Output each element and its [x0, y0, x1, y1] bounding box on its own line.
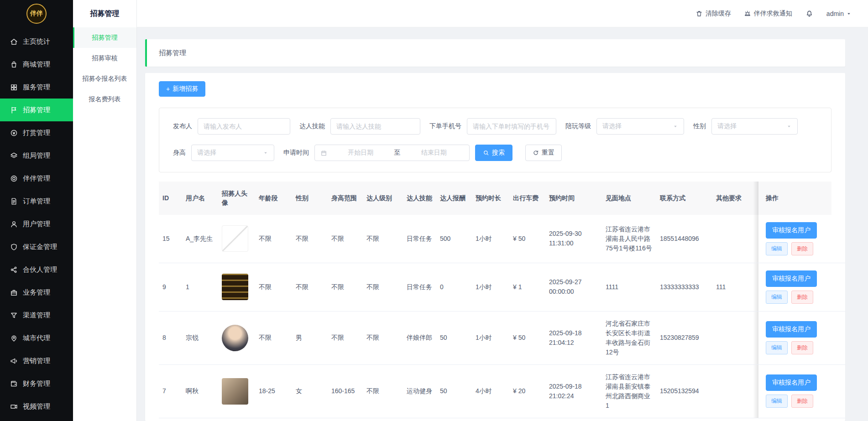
cell-fare: ¥ 1	[509, 263, 545, 311]
edit-button[interactable]: 编辑	[766, 341, 788, 354]
sidebar-item-2[interactable]: 商城管理	[0, 53, 73, 76]
layers-icon	[10, 152, 18, 160]
cell-reward: 500	[436, 215, 472, 263]
user-icon	[10, 220, 18, 228]
table-row: 7 啊秋 18-25 女 160-165 不限 运动健身 50 4小时 ¥ 20…	[159, 364, 845, 418]
clear-cache-button[interactable]: 清除缓存	[695, 10, 731, 18]
review-applicants-button[interactable]: 审核报名用户	[766, 270, 817, 287]
funnel-icon	[10, 312, 18, 319]
cell-actions: 审核报名用户 编辑 删除	[758, 364, 831, 418]
cell-age: 18-25	[255, 364, 292, 418]
sidebar-item-label: 业务管理	[23, 288, 50, 297]
sidebar-item-9[interactable]: 用户管理	[0, 213, 73, 235]
sidebar-item-label: 视频管理	[23, 402, 50, 411]
recruitment-table: ID 用户名 招募人头像 年龄段 性别 身高范围 达人级别 达人技能 达人报酬 …	[159, 182, 831, 418]
grid-icon	[10, 83, 18, 91]
edit-button[interactable]: 编辑	[766, 242, 788, 255]
level-select[interactable]: 请选择	[596, 118, 684, 135]
sidebar-item-4[interactable]: 招募管理	[0, 99, 73, 121]
sidebar-item-label: 商城管理	[23, 60, 50, 69]
sidebar-item-3[interactable]: 服务管理	[0, 76, 73, 99]
end-date-input[interactable]: 结束日期	[404, 149, 464, 157]
shield-icon	[10, 243, 18, 251]
add-recruitment-button[interactable]: + 新增招募	[159, 81, 205, 97]
sidebar-item-15[interactable]: 营销管理	[0, 349, 73, 372]
review-applicants-button[interactable]: 审核报名用户	[766, 321, 817, 338]
sidebar-item-5[interactable]: 打赏管理	[0, 121, 73, 144]
filter-gender: 性别 请选择	[693, 118, 798, 135]
submenu-item-3[interactable]: 招募令报名列表	[73, 68, 136, 89]
sidebar-item-8[interactable]: 订单管理	[0, 190, 73, 213]
cell-username: 啊秋	[182, 364, 218, 418]
skill-input[interactable]	[330, 118, 420, 135]
delete-button[interactable]: 删除	[791, 291, 813, 304]
cell-location: 1111	[602, 263, 656, 311]
sidebar-item-17[interactable]: 视频管理	[0, 395, 73, 418]
admin-menu[interactable]: admin	[826, 10, 852, 17]
sidebar-item-10[interactable]: 保证金管理	[0, 235, 73, 258]
delete-button[interactable]: 删除	[791, 242, 813, 255]
chevron-down-icon	[786, 124, 792, 129]
sidebar-item-6[interactable]: 组局管理	[0, 144, 73, 167]
logo-icon: 伴伴	[26, 4, 47, 24]
sidebar-item-11[interactable]: 合伙人管理	[0, 258, 73, 281]
sidebar-item-13[interactable]: 渠道管理	[0, 304, 73, 327]
header-username: 用户名	[182, 182, 218, 215]
filter-order-phone: 下单手机号	[429, 118, 556, 135]
sidebar-item-14[interactable]: 城市代理	[0, 327, 73, 349]
publisher-input[interactable]	[198, 118, 290, 135]
date-range-picker[interactable]: 开始日期 至 结束日期	[314, 145, 470, 161]
cell-location: 江苏省连云港市灌南县新安镇泰州北路西侧商业1	[602, 364, 656, 418]
start-date-input[interactable]: 开始日期	[331, 149, 391, 157]
cell-avatar	[218, 311, 255, 364]
edit-button[interactable]: 编辑	[766, 395, 788, 408]
header-location: 见面地点	[602, 182, 656, 215]
order-phone-input[interactable]	[467, 118, 556, 135]
sidebar-item-12[interactable]: 业务管理	[0, 281, 73, 304]
gender-select[interactable]: 请选择	[711, 118, 798, 135]
filter-panel: 发布人 达人技能 下单手机号 陪玩等级 请选择	[159, 108, 831, 172]
sidebar-item-7[interactable]: 伴伴管理	[0, 167, 73, 190]
submenu-title: 招募管理	[73, 0, 136, 27]
review-applicants-button[interactable]: 审核报名用户	[766, 222, 817, 239]
sidebar-item-label: 主页统计	[23, 37, 50, 46]
cell-avatar	[218, 215, 255, 263]
cell-height: 160-165	[328, 364, 363, 418]
submenu-item-2[interactable]: 招募审核	[73, 48, 136, 68]
share-icon	[10, 266, 18, 274]
cell-id: 9	[159, 263, 182, 311]
header-reward: 达人报酬	[436, 182, 472, 215]
topbar: 清除缓存 伴伴求救通知 admin	[137, 0, 868, 27]
cell-level: 不限	[363, 364, 403, 418]
level-select-value: 请选择	[602, 122, 622, 130]
sidebar-item-1[interactable]: 主页统计	[0, 30, 73, 53]
clear-cache-icon	[695, 10, 703, 17]
edit-button[interactable]: 编辑	[766, 291, 788, 304]
delete-button[interactable]: 删除	[791, 395, 813, 408]
filter-row-2: 身高 请选择 申请时间 开始日期 至 结束日期	[173, 145, 823, 161]
sos-notice-button[interactable]: 伴伴求救通知	[744, 10, 792, 18]
cell-level: 不限	[363, 263, 403, 311]
cell-contact: 15230827859	[656, 311, 712, 364]
cell-location: 江苏省连云港市灌南县人民中路75号1号楼116号	[602, 215, 656, 263]
submenu-item-1[interactable]: 招募管理	[73, 27, 136, 48]
header-contact: 联系方式	[656, 182, 712, 215]
cell-actions: 审核报名用户 编辑 删除	[758, 311, 831, 364]
row-mini-actions: 编辑 删除	[766, 291, 828, 304]
cell-gender: 女	[292, 364, 328, 418]
sidebar-item-label: 财务管理	[23, 379, 50, 388]
search-button[interactable]: 搜索	[475, 145, 512, 161]
height-select[interactable]: 请选择	[191, 145, 274, 161]
sidebar-item-label: 用户管理	[23, 220, 50, 229]
submenu-item-4[interactable]: 报名费列表	[73, 89, 136, 109]
filter-row-1: 发布人 达人技能 下单手机号 陪玩等级 请选择	[173, 118, 823, 135]
header-height: 身高范围	[328, 182, 363, 215]
reset-button[interactable]: 重置	[525, 145, 562, 161]
review-applicants-button[interactable]: 审核报名用户	[766, 374, 817, 391]
sidebar-item-16[interactable]: 财务管理	[0, 372, 73, 395]
delete-button[interactable]: 删除	[791, 341, 813, 354]
cell-username: A_李先生	[182, 215, 218, 263]
cell-contact: 15205132594	[656, 364, 712, 418]
notification-bell-button[interactable]	[805, 9, 814, 18]
sidebar-item-label: 保证金管理	[23, 243, 57, 251]
